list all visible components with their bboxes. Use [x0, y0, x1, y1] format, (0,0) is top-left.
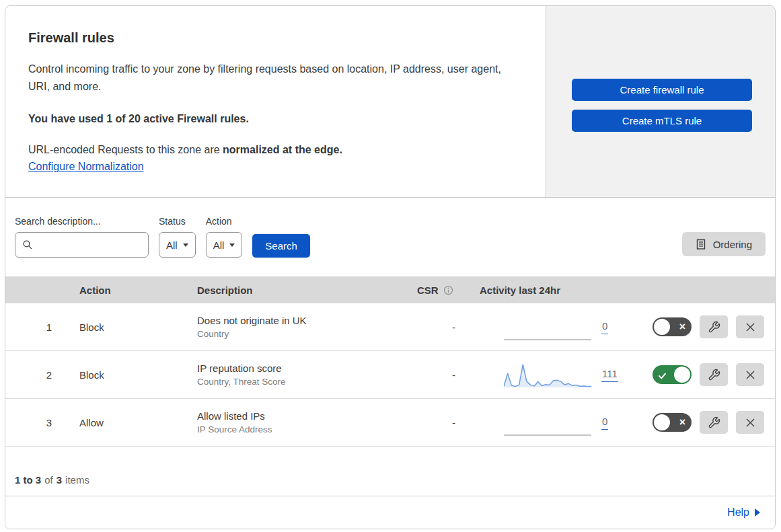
page-title: Firewall rules	[28, 30, 519, 46]
activity-sparkline	[504, 311, 591, 342]
normalization-note: URL-encoded Requests to this zone are no…	[28, 144, 519, 156]
rule-action: Block	[79, 369, 197, 381]
action-dropdown[interactable]: All	[206, 232, 243, 258]
edit-rule-button[interactable]	[700, 315, 728, 338]
pagination-summary: 1 to 3 of 3 items	[5, 447, 775, 496]
create-mtls-rule-button[interactable]: Create mTLS rule	[572, 110, 752, 132]
rule-activity-cell: 0	[480, 311, 648, 342]
activity-count-link[interactable]: 111	[601, 368, 618, 382]
search-button[interactable]: Search	[252, 234, 310, 258]
ordering-button[interactable]: Ordering	[682, 232, 766, 256]
chevron-down-icon	[229, 243, 235, 247]
activity-sparkline	[504, 407, 591, 438]
csr-header-label: CSR	[417, 284, 439, 296]
delete-rule-button[interactable]	[736, 411, 764, 434]
firewall-rules-card: Firewall rules Control incoming traffic …	[5, 5, 776, 529]
delete-rule-button[interactable]	[736, 315, 764, 338]
rule-controls-cell: ×	[648, 315, 775, 338]
items-word: items	[65, 474, 89, 486]
ordering-button-label: Ordering	[713, 239, 752, 250]
rule-description: IP reputation score	[197, 363, 417, 374]
normalization-bold: normalized at the edge.	[223, 144, 342, 155]
help-bar: Help	[5, 496, 775, 529]
rule-activity-cell: 111	[480, 359, 648, 390]
rule-csr-value: -	[417, 369, 480, 381]
edit-rule-button[interactable]	[700, 363, 728, 386]
rule-action: Allow	[79, 417, 197, 428]
info-icon[interactable]	[443, 285, 453, 295]
close-icon	[745, 418, 755, 428]
rule-fields: Country, Threat Score	[197, 377, 417, 387]
items-range: 1 to 3	[15, 474, 41, 486]
search-input-box[interactable]	[15, 232, 149, 258]
rule-priority: 1	[5, 321, 79, 333]
delete-rule-button[interactable]	[736, 363, 764, 386]
hero-section: Firewall rules Control incoming traffic …	[5, 6, 775, 198]
rule-description-cell: IP reputation score Country, Threat Scor…	[197, 363, 417, 387]
rule-priority: 2	[5, 369, 79, 381]
action-label: Action	[206, 216, 243, 227]
rule-fields: IP Source Address	[197, 424, 417, 434]
table-header-row: Action Description CSR Activity last 24h…	[5, 276, 775, 303]
rule-enabled-toggle[interactable]: ×	[653, 365, 692, 384]
status-label: Status	[159, 216, 196, 227]
rule-controls-cell: ×	[648, 411, 775, 434]
chevron-down-icon	[183, 243, 188, 247]
status-filter-group: Status All	[159, 216, 196, 258]
x-icon: ×	[679, 321, 685, 332]
rule-fields: Country	[197, 329, 417, 339]
close-icon	[745, 370, 755, 380]
create-firewall-rule-button[interactable]: Create firewall rule	[572, 79, 752, 101]
toggle-knob	[654, 319, 670, 335]
activity-count-link[interactable]: 0	[601, 416, 608, 430]
rule-description-cell: Allow listed IPs IP Source Address	[197, 410, 417, 434]
items-total: 3	[57, 474, 62, 486]
filter-bar: Search description... Status All Action …	[5, 198, 775, 276]
help-arrow-icon	[755, 508, 760, 517]
action-filter-group: Action All	[206, 216, 243, 258]
rule-controls-cell: ×	[648, 363, 775, 386]
csr-column-header: CSR	[417, 284, 480, 296]
toggle-knob	[654, 414, 670, 430]
help-link[interactable]: Help	[727, 506, 749, 519]
search-label: Search description...	[15, 216, 149, 227]
toggle-knob	[674, 367, 690, 383]
rule-csr-value: -	[417, 417, 480, 428]
activity-sparkline	[504, 359, 591, 390]
rule-action: Block	[79, 321, 197, 333]
search-group: Search description...	[15, 216, 149, 258]
rule-description: Does not originate in UK	[197, 315, 417, 326]
usage-summary: You have used 1 of 20 active Firewall ru…	[28, 113, 519, 125]
configure-normalization-link[interactable]: Configure Normalization	[28, 161, 144, 172]
rule-csr-value: -	[417, 321, 480, 333]
wrench-icon	[708, 321, 720, 334]
rule-enabled-toggle[interactable]: ×	[653, 317, 692, 336]
rule-priority: 3	[5, 417, 79, 428]
status-dropdown-value: All	[166, 239, 178, 251]
table-row: 3 Allow Allow listed IPs IP Source Addre…	[5, 399, 775, 447]
search-icon	[22, 239, 33, 250]
table-row: 1 Block Does not originate in UK Country…	[5, 303, 775, 351]
rule-activity-cell: 0	[480, 407, 648, 438]
rule-description: Allow listed IPs	[197, 410, 417, 422]
search-input[interactable]	[37, 239, 141, 251]
rule-enabled-toggle[interactable]: ×	[653, 413, 692, 432]
hero-actions-panel: Create firewall rule Create mTLS rule	[546, 6, 775, 197]
rule-description-cell: Does not originate in UK Country	[197, 315, 417, 339]
wrench-icon	[708, 416, 720, 429]
ordering-icon	[696, 239, 706, 250]
activity-column-header: Activity last 24hr	[480, 284, 648, 296]
normalization-prefix: URL-encoded Requests to this zone are	[28, 144, 223, 155]
description-column-header: Description	[197, 284, 417, 296]
page-description: Control incoming traffic to your zone by…	[28, 61, 519, 96]
items-of: of	[44, 474, 53, 486]
activity-count-link[interactable]: 0	[601, 320, 608, 334]
hero-text-panel: Firewall rules Control incoming traffic …	[5, 6, 546, 197]
status-dropdown[interactable]: All	[159, 232, 196, 258]
action-column-header: Action	[79, 284, 197, 296]
edit-rule-button[interactable]	[700, 411, 728, 434]
wrench-icon	[708, 369, 720, 381]
table-row: 2 Block IP reputation score Country, Thr…	[5, 351, 775, 399]
check-icon	[658, 371, 667, 382]
close-icon	[745, 322, 755, 332]
